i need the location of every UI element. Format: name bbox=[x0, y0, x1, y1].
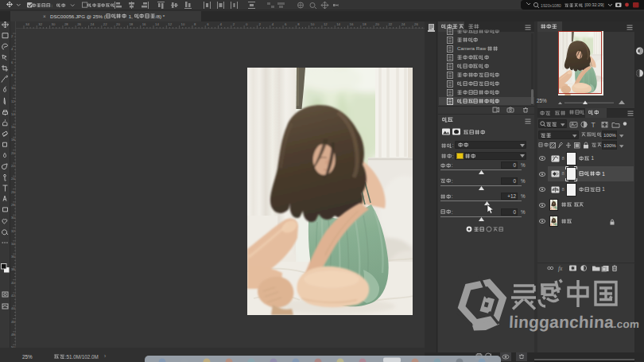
svg-text:6: 6 bbox=[11, 60, 14, 64]
svg-text:12: 12 bbox=[324, 22, 328, 26]
svg-text:32: 32 bbox=[38, 22, 42, 26]
svg-text:2: 2 bbox=[233, 22, 235, 26]
svg-text:fx: fx bbox=[558, 265, 563, 272]
svg-text:10: 10 bbox=[11, 86, 15, 90]
svg-text:16: 16 bbox=[142, 22, 146, 26]
svg-text:24: 24 bbox=[91, 22, 95, 26]
svg-text:32: 32 bbox=[11, 229, 15, 233]
svg-text:10: 10 bbox=[311, 22, 315, 26]
svg-text:24: 24 bbox=[402, 22, 405, 26]
svg-text:26: 26 bbox=[11, 190, 15, 194]
svg-text:2: 2 bbox=[11, 34, 14, 38]
svg-text:28: 28 bbox=[64, 22, 68, 26]
svg-text:24: 24 bbox=[11, 177, 15, 181]
svg-text:48: 48 bbox=[11, 333, 15, 337]
svg-text:12: 12 bbox=[11, 99, 15, 103]
svg-text:6: 6 bbox=[207, 22, 209, 26]
svg-text:8: 8 bbox=[297, 22, 300, 26]
svg-text:20: 20 bbox=[116, 22, 120, 26]
svg-text:22: 22 bbox=[388, 22, 392, 26]
svg-text:26: 26 bbox=[414, 22, 418, 26]
svg-text:2: 2 bbox=[258, 22, 261, 26]
svg-text:4: 4 bbox=[272, 22, 274, 26]
svg-text:36: 36 bbox=[11, 255, 15, 259]
svg-text:8: 8 bbox=[194, 22, 196, 26]
svg-text:0: 0 bbox=[246, 22, 248, 26]
svg-text:20: 20 bbox=[375, 22, 379, 26]
svg-text:46: 46 bbox=[11, 320, 15, 324]
svg-text:30: 30 bbox=[11, 216, 15, 220]
svg-text:44: 44 bbox=[11, 306, 15, 310]
svg-text:16: 16 bbox=[11, 125, 15, 129]
svg-text:34: 34 bbox=[11, 242, 15, 246]
svg-text:28: 28 bbox=[11, 203, 15, 207]
svg-text:16: 16 bbox=[350, 22, 354, 26]
svg-text:8: 8 bbox=[11, 73, 14, 77]
svg-text:40: 40 bbox=[11, 281, 15, 285]
svg-text:18: 18 bbox=[363, 22, 367, 26]
svg-text:12: 12 bbox=[168, 22, 172, 26]
svg-text:14: 14 bbox=[336, 22, 340, 26]
svg-text:14: 14 bbox=[155, 22, 159, 26]
svg-text:4: 4 bbox=[220, 22, 223, 26]
svg-text:22: 22 bbox=[11, 164, 15, 168]
svg-text:18: 18 bbox=[129, 22, 133, 26]
svg-text:18: 18 bbox=[11, 138, 15, 142]
svg-text:38: 38 bbox=[11, 267, 15, 271]
svg-text:20: 20 bbox=[11, 151, 15, 155]
svg-text:14: 14 bbox=[11, 112, 15, 116]
svg-text:22: 22 bbox=[103, 22, 107, 26]
svg-text:10: 10 bbox=[181, 22, 185, 26]
svg-text:34: 34 bbox=[25, 22, 29, 26]
svg-text:42: 42 bbox=[11, 294, 15, 298]
svg-text:26: 26 bbox=[77, 22, 81, 26]
svg-text:T: T bbox=[592, 121, 596, 128]
svg-text:6: 6 bbox=[285, 22, 287, 26]
svg-text:4: 4 bbox=[11, 47, 14, 51]
svg-text:30: 30 bbox=[52, 22, 56, 26]
